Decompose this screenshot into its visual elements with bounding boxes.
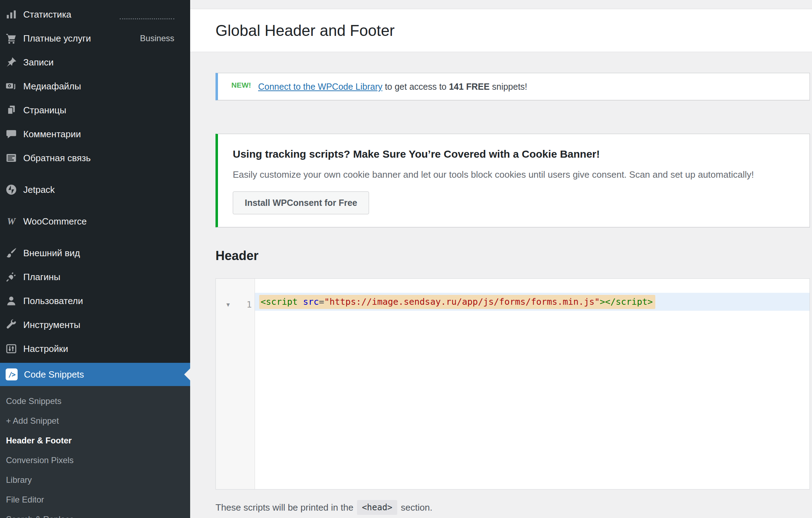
install-wpconsent-button[interactable]: Install WPConsent for Free [233, 191, 369, 214]
sidebar-item-statistics[interactable]: Статистика [0, 2, 190, 26]
cart-icon [5, 32, 17, 44]
submenu-item-file-editor[interactable]: File Editor [0, 490, 190, 510]
sidebar-item-label: Настройки [23, 343, 68, 354]
pushpin-icon [5, 56, 17, 68]
paintbrush-icon [5, 247, 17, 259]
submenu-item-conversion-pixels[interactable]: Conversion Pixels [0, 450, 190, 470]
head-tag-chip: <head> [357, 500, 398, 515]
editor-gutter: ▾ 1 [216, 279, 255, 489]
woocommerce-icon: W [5, 215, 17, 227]
code-fold-arrow-icon[interactable]: ▾ [226, 301, 230, 308]
sidebar-item-settings[interactable]: Настройки [0, 337, 190, 361]
sidebar-item-label: Страницы [23, 105, 66, 116]
sidebar-item-tools[interactable]: Инструменты [0, 313, 190, 337]
code-string: "https://image.sendsay.ru/app/js/forms/f… [324, 297, 600, 307]
sidebar-item-paid-services[interactable]: Платные услуги Business [0, 26, 190, 50]
submenu-label: Library [6, 475, 32, 485]
code-snippets-submenu: Code Snippets + Add Snippet Header & Foo… [0, 386, 190, 518]
sidebar-item-plugins[interactable]: Плагины [0, 265, 190, 289]
sidebar-item-label: Code Snippets [24, 369, 84, 380]
sidebar-item-label: Медиафайлы [23, 81, 81, 92]
sidebar-item-label: Внешний вид [23, 248, 80, 259]
submenu-label: Search & Replace [6, 514, 74, 518]
plug-icon [5, 271, 17, 283]
header-section-title: Header [216, 248, 810, 263]
code-equals: = [319, 297, 324, 307]
line-number: 1 [230, 299, 255, 310]
submenu-label: Code Snippets [6, 396, 61, 406]
footnote-suffix: section. [401, 502, 432, 513]
selected-code-text: <script src="https://image.sendsay.ru/ap… [259, 295, 655, 309]
submenu-item-add-snippet[interactable]: + Add Snippet [0, 411, 190, 431]
sidebar-item-label: Платные услуги [23, 33, 91, 44]
sidebar-item-jetpack[interactable]: Jetpack [0, 178, 190, 202]
main-content: Global Header and Footer NEW! Connect to… [190, 0, 812, 518]
page-header-band: Global Header and Footer [190, 9, 812, 52]
editor-active-line: <script src="https://image.sendsay.ru/ap… [255, 293, 810, 311]
wpcode-icon: /> [6, 368, 18, 380]
editor-code-area[interactable]: <script src="https://image.sendsay.ru/ap… [255, 279, 810, 489]
sliders-icon [5, 343, 17, 355]
sidebar-item-media[interactable]: Медиафайлы [0, 74, 190, 98]
code-attr: src [303, 297, 319, 307]
submenu-item-code-snippets[interactable]: Code Snippets [0, 391, 190, 411]
wpcode-library-notice: NEW! Connect to the WPCode Library to ge… [216, 73, 810, 100]
sidebar-item-appearance[interactable]: Внешний вид [0, 241, 190, 265]
submenu-label: Conversion Pixels [6, 455, 74, 465]
sidebar-item-label: Статистика [23, 9, 71, 20]
notice-text-tail: snippets! [489, 82, 527, 92]
sidebar-item-comments[interactable]: Комментарии [0, 122, 190, 146]
notice-text: to get access to [382, 82, 449, 92]
submenu-label: File Editor [6, 495, 44, 505]
sidebar-item-label: Инструменты [23, 320, 80, 330]
svg-text:W: W [7, 216, 16, 227]
jetpack-icon [5, 184, 17, 196]
submenu-item-search-replace[interactable]: Search & Replace [0, 510, 190, 518]
sidebar-item-users[interactable]: Пользователи [0, 289, 190, 313]
promo-description: Easily customize your own cookie banner … [233, 169, 795, 180]
submenu-label: + Add Snippet [6, 416, 59, 426]
media-icon [5, 80, 17, 92]
wrench-icon [5, 319, 17, 331]
plan-badge: Business [140, 33, 174, 43]
user-icon [5, 295, 17, 307]
notice-count: 141 FREE [449, 82, 489, 92]
submenu-item-header-footer[interactable]: Header & Footer [0, 431, 190, 450]
new-badge: NEW! [231, 81, 251, 89]
sidebar-item-label: Пользователи [23, 296, 83, 307]
comment-icon [5, 128, 17, 140]
code-tag-close: ></script> [600, 297, 653, 307]
wpcode-glyph: /> [8, 371, 15, 378]
feedback-form-icon [5, 152, 17, 164]
admin-menu: Статистика Платные услуги Business Запис… [0, 0, 190, 361]
sidebar-item-posts[interactable]: Записи [0, 50, 190, 74]
sidebar-item-pages[interactable]: Страницы [0, 98, 190, 122]
page-title: Global Header and Footer [216, 22, 395, 39]
page-body: NEW! Connect to the WPCode Library to ge… [190, 73, 812, 515]
sidebar-item-label: Jetpack [23, 184, 55, 195]
editor-footnote: These scripts will be printed in the <he… [216, 500, 810, 515]
header-code-editor[interactable]: ▾ 1 <script src="https://image.sendsay.r… [216, 278, 810, 489]
bar-chart-icon [5, 8, 17, 20]
top-gap [190, 0, 812, 9]
wpconsent-promo-panel: Using tracking scripts? Make Sure You’re… [216, 134, 810, 227]
footnote-prefix: These scripts will be printed in the [216, 502, 354, 513]
sidebar-item-label: Обратная связь [23, 153, 91, 164]
current-item-arrow-icon [184, 368, 190, 380]
sidebar-item-woocommerce[interactable]: W WooCommerce [0, 209, 190, 233]
code-tag-open: <script [261, 297, 303, 307]
sidebar-item-label: WooCommerce [23, 216, 87, 227]
pages-icon [5, 104, 17, 116]
admin-sidebar: Статистика Платные услуги Business Запис… [0, 0, 190, 518]
promo-title: Using tracking scripts? Make Sure You’re… [233, 148, 795, 160]
sidebar-item-label: Комментарии [23, 129, 81, 140]
connect-library-link[interactable]: Connect to the WPCode Library [258, 82, 382, 92]
submenu-label: Header & Footer [6, 436, 72, 446]
sidebar-item-label: Записи [23, 57, 54, 68]
sidebar-item-code-snippets[interactable]: /> Code Snippets [0, 363, 190, 386]
sidebar-item-label: Плагины [23, 272, 60, 283]
submenu-item-library[interactable]: Library [0, 470, 190, 490]
sidebar-item-feedback[interactable]: Обратная связь [0, 146, 190, 170]
